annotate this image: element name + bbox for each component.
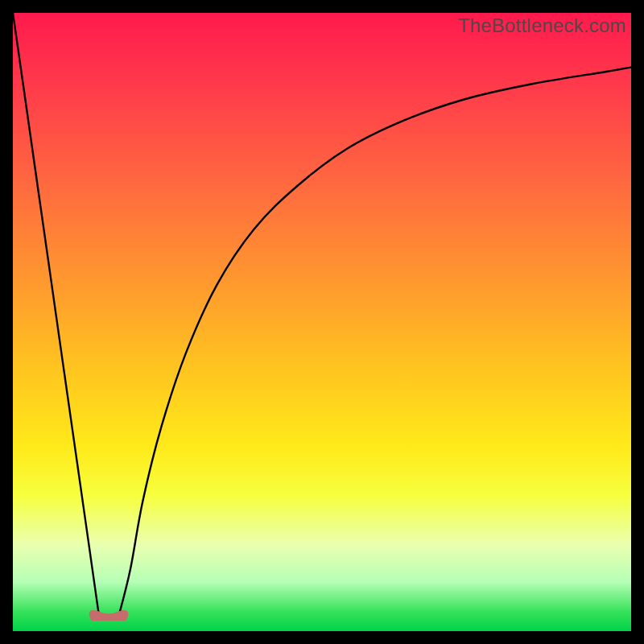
watermark-text: TheBottleneck.com [458,14,626,37]
plot-area: TheBottleneck.com [13,13,631,631]
left-line [13,13,100,619]
right-curve [118,68,631,619]
minimum-marker [89,610,128,620]
curve-layer [13,13,631,631]
chart-frame: TheBottleneck.com [13,13,631,631]
